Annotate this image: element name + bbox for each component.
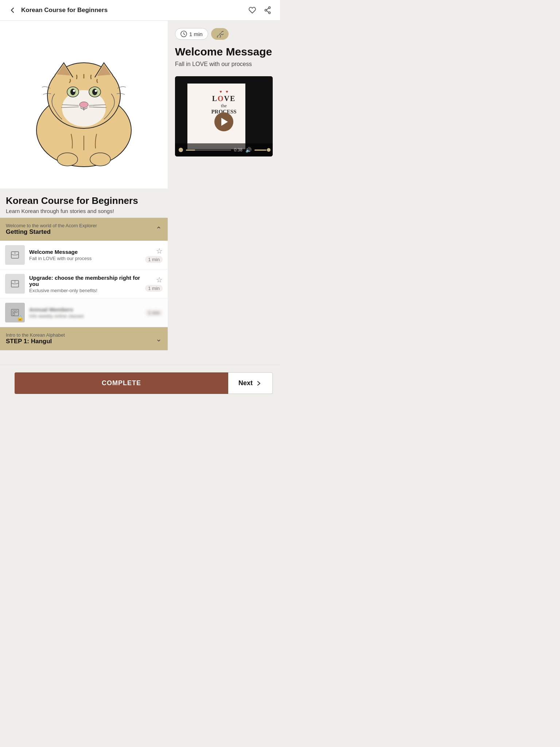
section-subtitle: Welcome to the world of the Acorn Explor… bbox=[6, 223, 156, 228]
chain-link-icon bbox=[216, 30, 223, 38]
back-button[interactable] bbox=[7, 5, 18, 15]
svg-line-3 bbox=[267, 8, 269, 10]
clock-icon bbox=[180, 31, 187, 37]
lesson-item-welcome[interactable]: Welcome Message Fall in LOVE with our pr… bbox=[0, 241, 168, 270]
section-getting-started-header[interactable]: Welcome to the world of the Acorn Explor… bbox=[0, 218, 168, 241]
lesson-subtitle-welcome: Fall in LOVE with our process bbox=[29, 256, 141, 261]
right-column: 1 min Welcome Message Fall in LOVE with … bbox=[168, 21, 280, 365]
svg-rect-27 bbox=[15, 311, 17, 313]
content-title: Welcome Message bbox=[175, 46, 273, 58]
progress-fill bbox=[186, 150, 195, 151]
lock-icon: 🔒 bbox=[16, 314, 24, 321]
star-upgrade[interactable]: ☆ bbox=[156, 276, 163, 283]
lesson-icon-annual: 🔒 bbox=[5, 303, 25, 322]
bottom-buttons: COMPLETE Next bbox=[7, 372, 273, 394]
content-subtitle: Fall in LOVE with our process bbox=[175, 61, 273, 67]
next-label: Next bbox=[238, 379, 253, 387]
collapsed-content bbox=[0, 350, 168, 365]
section-step1-title: STEP 1: Hangul bbox=[6, 338, 156, 345]
lesson-item-annual[interactable]: 🔒 Annual Members Info weekly online clas… bbox=[0, 298, 168, 327]
lesson-icon-welcome bbox=[5, 245, 25, 265]
lesson-icon-upgrade bbox=[5, 274, 25, 294]
video-controls: 0:38 🔊 bbox=[175, 143, 273, 156]
main-layout: Korean Course for Beginners Learn Korean… bbox=[0, 21, 280, 365]
section-title: Getting Started bbox=[6, 228, 156, 236]
video-time: 0:38 bbox=[234, 147, 242, 152]
bottom-action-bar: COMPLETE Next bbox=[0, 365, 280, 401]
course-description: Learn Korean through fun stories and son… bbox=[6, 208, 162, 214]
svg-point-14 bbox=[79, 102, 88, 108]
play-triangle bbox=[221, 118, 228, 126]
lesson-title-upgrade: Upgrade: choose the membership right for… bbox=[29, 275, 141, 287]
svg-point-12 bbox=[73, 90, 75, 92]
volume-icon[interactable]: 🔊 bbox=[245, 147, 252, 153]
video-player[interactable]: ♥ ♥ LOVE the PROCESS ♥ 0:38 🔊 bbox=[175, 76, 273, 156]
favorite-icon[interactable] bbox=[247, 5, 257, 15]
next-button[interactable]: Next bbox=[228, 372, 273, 394]
link-badge[interactable] bbox=[211, 28, 229, 40]
chevron-up-icon: ⌃ bbox=[156, 225, 162, 234]
lesson-duration-welcome: 1 min bbox=[145, 256, 163, 263]
lesson-content-welcome: Welcome Message Fall in LOVE with our pr… bbox=[29, 249, 141, 261]
share-icon[interactable] bbox=[262, 5, 273, 15]
app-header: Korean Course for Beginners bbox=[0, 0, 280, 21]
svg-rect-28 bbox=[13, 313, 15, 315]
svg-point-19 bbox=[57, 153, 78, 166]
svg-rect-26 bbox=[13, 311, 15, 313]
volume-bar[interactable] bbox=[254, 150, 269, 151]
header-left: Korean Course for Beginners bbox=[7, 5, 108, 15]
next-arrow-icon bbox=[256, 380, 262, 387]
lesson-content-upgrade: Upgrade: choose the membership right for… bbox=[29, 275, 141, 293]
lesson-subtitle-upgrade: Exclusive member-only benefits! bbox=[29, 288, 141, 293]
section-header-text: Welcome to the world of the Acorn Explor… bbox=[6, 223, 156, 236]
lesson-meta-annual: 1 min bbox=[145, 309, 163, 316]
course-name: Korean Course for Beginners bbox=[6, 195, 162, 206]
lesson-meta-upgrade: ☆ 1 min bbox=[145, 276, 163, 292]
header-title: Korean Course for Beginners bbox=[21, 7, 108, 14]
complete-button[interactable]: COMPLETE bbox=[15, 372, 228, 394]
svg-point-20 bbox=[90, 153, 110, 166]
section-step1-text: Intro to the Korean Alphabet STEP 1: Han… bbox=[6, 332, 156, 345]
lesson-content-annual: Annual Members Info weekly online classe… bbox=[29, 306, 141, 319]
lesson-duration-upgrade: 1 min bbox=[145, 285, 163, 292]
play-button[interactable] bbox=[214, 112, 233, 131]
svg-point-11 bbox=[92, 89, 97, 95]
svg-line-4 bbox=[267, 11, 269, 12]
lesson-subtitle-annual: Info weekly online classes bbox=[29, 313, 141, 319]
lesson-duration-annual: 1 min bbox=[145, 309, 163, 316]
section-step1-header[interactable]: Intro to the Korean Alphabet STEP 1: Han… bbox=[0, 327, 168, 350]
progress-dot[interactable] bbox=[179, 148, 183, 152]
star-welcome[interactable]: ☆ bbox=[156, 247, 163, 255]
section-step1-subtitle: Intro to the Korean Alphabet bbox=[6, 332, 156, 338]
lesson-title-welcome: Welcome Message bbox=[29, 249, 141, 255]
time-badge-label: 1 min bbox=[189, 31, 203, 37]
svg-point-10 bbox=[70, 89, 75, 95]
course-image bbox=[0, 21, 168, 189]
header-actions bbox=[247, 5, 273, 15]
volume-fill bbox=[254, 150, 266, 151]
content-badges: 1 min bbox=[175, 28, 273, 40]
progress-bar[interactable] bbox=[186, 150, 231, 151]
volume-dot bbox=[267, 148, 271, 152]
chevron-down-icon: ⌄ bbox=[156, 334, 162, 343]
svg-point-13 bbox=[95, 90, 97, 92]
lesson-meta-welcome: ☆ 1 min bbox=[145, 247, 163, 263]
left-column: Korean Course for Beginners Learn Korean… bbox=[0, 21, 168, 365]
time-badge: 1 min bbox=[175, 28, 208, 40]
lesson-title-annual: Annual Members bbox=[29, 306, 141, 313]
course-info: Korean Course for Beginners Learn Korean… bbox=[0, 189, 168, 218]
lesson-item-upgrade[interactable]: Upgrade: choose the membership right for… bbox=[0, 270, 168, 298]
